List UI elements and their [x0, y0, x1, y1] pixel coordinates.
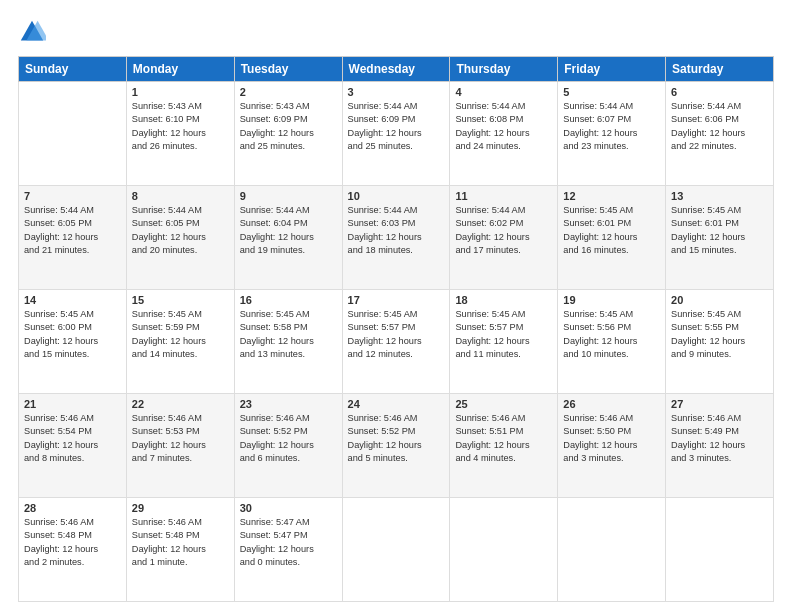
calendar-cell: 15Sunrise: 5:45 AM Sunset: 5:59 PM Dayli… — [126, 290, 234, 394]
day-info: Sunrise: 5:44 AM Sunset: 6:03 PM Dayligh… — [348, 204, 445, 257]
calendar-cell: 19Sunrise: 5:45 AM Sunset: 5:56 PM Dayli… — [558, 290, 666, 394]
calendar-cell: 16Sunrise: 5:45 AM Sunset: 5:58 PM Dayli… — [234, 290, 342, 394]
calendar-cell — [558, 498, 666, 602]
day-number: 1 — [132, 86, 229, 98]
day-info: Sunrise: 5:45 AM Sunset: 6:01 PM Dayligh… — [671, 204, 768, 257]
day-info: Sunrise: 5:46 AM Sunset: 5:48 PM Dayligh… — [24, 516, 121, 569]
page: SundayMondayTuesdayWednesdayThursdayFrid… — [0, 0, 792, 612]
calendar-cell: 6Sunrise: 5:44 AM Sunset: 6:06 PM Daylig… — [666, 82, 774, 186]
day-info: Sunrise: 5:44 AM Sunset: 6:05 PM Dayligh… — [132, 204, 229, 257]
day-number: 26 — [563, 398, 660, 410]
calendar-cell: 24Sunrise: 5:46 AM Sunset: 5:52 PM Dayli… — [342, 394, 450, 498]
calendar-cell: 14Sunrise: 5:45 AM Sunset: 6:00 PM Dayli… — [19, 290, 127, 394]
weekday-header-wednesday: Wednesday — [342, 57, 450, 82]
day-number: 17 — [348, 294, 445, 306]
day-info: Sunrise: 5:47 AM Sunset: 5:47 PM Dayligh… — [240, 516, 337, 569]
calendar-week-3: 14Sunrise: 5:45 AM Sunset: 6:00 PM Dayli… — [19, 290, 774, 394]
calendar-cell — [342, 498, 450, 602]
day-number: 3 — [348, 86, 445, 98]
calendar-cell: 18Sunrise: 5:45 AM Sunset: 5:57 PM Dayli… — [450, 290, 558, 394]
calendar-cell — [450, 498, 558, 602]
calendar-cell: 8Sunrise: 5:44 AM Sunset: 6:05 PM Daylig… — [126, 186, 234, 290]
day-info: Sunrise: 5:46 AM Sunset: 5:54 PM Dayligh… — [24, 412, 121, 465]
day-info: Sunrise: 5:45 AM Sunset: 5:57 PM Dayligh… — [348, 308, 445, 361]
calendar-table: SundayMondayTuesdayWednesdayThursdayFrid… — [18, 56, 774, 602]
calendar-cell: 7Sunrise: 5:44 AM Sunset: 6:05 PM Daylig… — [19, 186, 127, 290]
day-info: Sunrise: 5:44 AM Sunset: 6:06 PM Dayligh… — [671, 100, 768, 153]
weekday-header-monday: Monday — [126, 57, 234, 82]
calendar-cell: 25Sunrise: 5:46 AM Sunset: 5:51 PM Dayli… — [450, 394, 558, 498]
day-number: 27 — [671, 398, 768, 410]
day-info: Sunrise: 5:46 AM Sunset: 5:50 PM Dayligh… — [563, 412, 660, 465]
day-info: Sunrise: 5:46 AM Sunset: 5:49 PM Dayligh… — [671, 412, 768, 465]
day-number: 5 — [563, 86, 660, 98]
calendar-cell: 28Sunrise: 5:46 AM Sunset: 5:48 PM Dayli… — [19, 498, 127, 602]
day-info: Sunrise: 5:45 AM Sunset: 5:56 PM Dayligh… — [563, 308, 660, 361]
logo-icon — [18, 18, 46, 46]
day-number: 14 — [24, 294, 121, 306]
calendar-header-row: SundayMondayTuesdayWednesdayThursdayFrid… — [19, 57, 774, 82]
day-info: Sunrise: 5:44 AM Sunset: 6:05 PM Dayligh… — [24, 204, 121, 257]
calendar-cell: 2Sunrise: 5:43 AM Sunset: 6:09 PM Daylig… — [234, 82, 342, 186]
day-number: 15 — [132, 294, 229, 306]
day-info: Sunrise: 5:45 AM Sunset: 5:57 PM Dayligh… — [455, 308, 552, 361]
calendar-cell: 12Sunrise: 5:45 AM Sunset: 6:01 PM Dayli… — [558, 186, 666, 290]
calendar-week-5: 28Sunrise: 5:46 AM Sunset: 5:48 PM Dayli… — [19, 498, 774, 602]
calendar-cell: 29Sunrise: 5:46 AM Sunset: 5:48 PM Dayli… — [126, 498, 234, 602]
calendar-cell: 30Sunrise: 5:47 AM Sunset: 5:47 PM Dayli… — [234, 498, 342, 602]
day-info: Sunrise: 5:44 AM Sunset: 6:08 PM Dayligh… — [455, 100, 552, 153]
day-number: 11 — [455, 190, 552, 202]
day-info: Sunrise: 5:44 AM Sunset: 6:02 PM Dayligh… — [455, 204, 552, 257]
day-info: Sunrise: 5:44 AM Sunset: 6:09 PM Dayligh… — [348, 100, 445, 153]
day-number: 24 — [348, 398, 445, 410]
calendar-cell: 26Sunrise: 5:46 AM Sunset: 5:50 PM Dayli… — [558, 394, 666, 498]
calendar-cell — [666, 498, 774, 602]
calendar-cell: 4Sunrise: 5:44 AM Sunset: 6:08 PM Daylig… — [450, 82, 558, 186]
day-number: 7 — [24, 190, 121, 202]
day-number: 25 — [455, 398, 552, 410]
day-number: 12 — [563, 190, 660, 202]
weekday-header-tuesday: Tuesday — [234, 57, 342, 82]
day-number: 9 — [240, 190, 337, 202]
day-number: 6 — [671, 86, 768, 98]
calendar-week-1: 1Sunrise: 5:43 AM Sunset: 6:10 PM Daylig… — [19, 82, 774, 186]
day-number: 19 — [563, 294, 660, 306]
day-number: 28 — [24, 502, 121, 514]
calendar-cell: 23Sunrise: 5:46 AM Sunset: 5:52 PM Dayli… — [234, 394, 342, 498]
weekday-header-sunday: Sunday — [19, 57, 127, 82]
day-number: 10 — [348, 190, 445, 202]
day-number: 13 — [671, 190, 768, 202]
day-number: 30 — [240, 502, 337, 514]
calendar-cell: 10Sunrise: 5:44 AM Sunset: 6:03 PM Dayli… — [342, 186, 450, 290]
day-info: Sunrise: 5:45 AM Sunset: 5:58 PM Dayligh… — [240, 308, 337, 361]
day-info: Sunrise: 5:46 AM Sunset: 5:53 PM Dayligh… — [132, 412, 229, 465]
day-number: 22 — [132, 398, 229, 410]
calendar-cell: 27Sunrise: 5:46 AM Sunset: 5:49 PM Dayli… — [666, 394, 774, 498]
calendar-cell: 1Sunrise: 5:43 AM Sunset: 6:10 PM Daylig… — [126, 82, 234, 186]
calendar-cell: 3Sunrise: 5:44 AM Sunset: 6:09 PM Daylig… — [342, 82, 450, 186]
day-number: 16 — [240, 294, 337, 306]
weekday-header-saturday: Saturday — [666, 57, 774, 82]
day-number: 23 — [240, 398, 337, 410]
calendar-cell: 11Sunrise: 5:44 AM Sunset: 6:02 PM Dayli… — [450, 186, 558, 290]
logo — [18, 18, 50, 46]
day-number: 4 — [455, 86, 552, 98]
day-number: 21 — [24, 398, 121, 410]
calendar-week-4: 21Sunrise: 5:46 AM Sunset: 5:54 PM Dayli… — [19, 394, 774, 498]
day-info: Sunrise: 5:43 AM Sunset: 6:09 PM Dayligh… — [240, 100, 337, 153]
weekday-header-thursday: Thursday — [450, 57, 558, 82]
calendar-cell: 22Sunrise: 5:46 AM Sunset: 5:53 PM Dayli… — [126, 394, 234, 498]
calendar-week-2: 7Sunrise: 5:44 AM Sunset: 6:05 PM Daylig… — [19, 186, 774, 290]
weekday-header-friday: Friday — [558, 57, 666, 82]
header — [18, 18, 774, 46]
day-info: Sunrise: 5:46 AM Sunset: 5:48 PM Dayligh… — [132, 516, 229, 569]
day-number: 29 — [132, 502, 229, 514]
calendar-cell: 5Sunrise: 5:44 AM Sunset: 6:07 PM Daylig… — [558, 82, 666, 186]
day-info: Sunrise: 5:44 AM Sunset: 6:07 PM Dayligh… — [563, 100, 660, 153]
day-info: Sunrise: 5:45 AM Sunset: 5:55 PM Dayligh… — [671, 308, 768, 361]
day-info: Sunrise: 5:46 AM Sunset: 5:52 PM Dayligh… — [240, 412, 337, 465]
day-info: Sunrise: 5:45 AM Sunset: 6:01 PM Dayligh… — [563, 204, 660, 257]
calendar-cell: 13Sunrise: 5:45 AM Sunset: 6:01 PM Dayli… — [666, 186, 774, 290]
day-info: Sunrise: 5:46 AM Sunset: 5:51 PM Dayligh… — [455, 412, 552, 465]
day-info: Sunrise: 5:45 AM Sunset: 6:00 PM Dayligh… — [24, 308, 121, 361]
